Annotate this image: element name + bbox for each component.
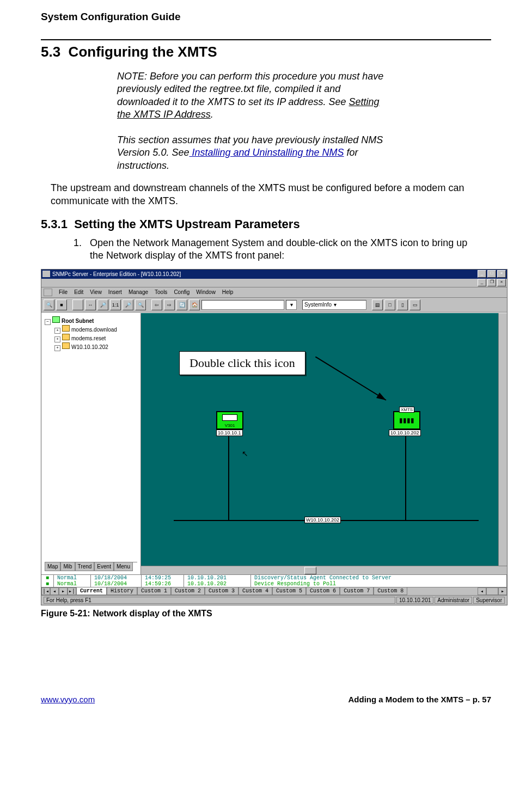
maximize-button[interactable]: □ <box>487 270 496 278</box>
toolbar-panel-1-button[interactable]: ▤ <box>372 299 383 310</box>
toolbar-refresh-button[interactable]: 🔄 <box>176 299 187 310</box>
tree-item[interactable]: +modems.download <box>54 325 137 334</box>
mdi-icon[interactable] <box>44 289 52 296</box>
mdi-minimize-button[interactable]: _ <box>478 279 486 286</box>
step-1-number: 1. <box>74 237 90 262</box>
toolbar-find-button[interactable]: 🔍 <box>44 299 54 310</box>
subsection-title: Setting the XMTS Upstream Parameters <box>74 217 299 231</box>
menu-file[interactable]: File <box>59 289 68 295</box>
network-node-v301[interactable]: V301 <box>216 411 243 430</box>
tree-tab-trend[interactable]: Trend <box>75 562 95 571</box>
toolbar-address-field[interactable] <box>201 300 284 310</box>
event-date: 10/18/2004 <box>91 581 142 587</box>
toolbar-forward-button[interactable]: ⇨ <box>164 299 175 310</box>
events-first-button[interactable]: |◂ <box>41 587 50 595</box>
note-text-1: NOTE: Before you can perform this proced… <box>117 71 383 107</box>
node-ip-label: 10.10.10.202 <box>389 430 421 436</box>
annotation-callout: Double click this icon <box>179 351 305 375</box>
toolbar-11-button[interactable]: 1:1 <box>110 299 121 310</box>
event-tab[interactable]: Custom 3 <box>205 587 239 595</box>
menu-edit[interactable]: Edit <box>74 289 83 295</box>
window-titlebar: SNMPc Server - Enterprise Edition - [W10… <box>41 270 507 279</box>
event-level: Normal <box>54 575 91 581</box>
close-button[interactable]: × <box>497 270 506 278</box>
section-heading: 5.3 Configuring the XMTS <box>41 44 491 60</box>
events-scroll-right-button[interactable]: ▸ <box>498 587 507 595</box>
expand-icon[interactable]: + <box>54 345 60 351</box>
mdi-restore-button[interactable]: ❐ <box>487 279 496 286</box>
minimize-button[interactable]: _ <box>478 270 486 278</box>
event-row[interactable]: ■ Normal 10/18/2004 14:59:25 10.10.10.20… <box>41 575 507 581</box>
toolbar-home-button[interactable]: 🏠 <box>189 299 200 310</box>
svg-marker-1 <box>376 393 386 400</box>
event-tab[interactable]: Custom 5 <box>272 587 306 595</box>
event-ip: 10.10.10.202 <box>184 581 251 587</box>
tree-tab-map[interactable]: Map <box>45 562 60 571</box>
toolbar-address-chevron[interactable]: ▾ <box>286 300 297 310</box>
events-prev-button[interactable]: ◂ <box>50 587 59 595</box>
note-text-1-end: . <box>211 109 213 120</box>
event-row[interactable]: ■ Normal 10/18/2004 14:59:26 10.10.10.20… <box>41 581 507 587</box>
toolbar-dropdown-label: SystemInfo <box>304 302 332 308</box>
events-next-button[interactable]: ▸ <box>59 587 68 595</box>
expand-icon[interactable]: + <box>54 328 60 334</box>
toolbar-panel-3-button[interactable]: ▯ <box>397 299 408 310</box>
tree-tab-menu[interactable]: Menu <box>114 562 133 571</box>
menu-view[interactable]: View <box>90 289 102 295</box>
event-tab[interactable]: Custom 2 <box>171 587 205 595</box>
mdi-close-button[interactable]: × <box>497 279 506 286</box>
vertical-scrollbar[interactable] <box>498 313 507 566</box>
toolbar-fit-button[interactable]: ↔ <box>85 299 96 310</box>
toolbar-back-button[interactable]: ⇦ <box>151 299 162 310</box>
menu-tools[interactable]: Tools <box>155 289 167 295</box>
expand-icon[interactable]: + <box>54 336 60 342</box>
events-scroll-thumb[interactable] <box>486 587 498 595</box>
status-role: Supervisor <box>473 597 505 604</box>
event-tab[interactable]: Custom 8 <box>374 587 407 595</box>
section-title: Configuring the XMTS <box>69 44 217 60</box>
menu-manage[interactable]: Manage <box>129 289 148 295</box>
menu-window[interactable]: Window <box>196 289 216 295</box>
event-time: 14:59:26 <box>142 581 184 587</box>
step-1-text: Open the Network Management System and d… <box>90 237 482 262</box>
toolbar-zoomout-button[interactable]: 🔎 <box>123 299 133 310</box>
note-link-2[interactable]: Installing and Uninstalling the NMS <box>189 147 344 158</box>
toolbar-zoom-button[interactable]: 🔍 <box>135 299 146 310</box>
tree-tab-mib[interactable]: Mib <box>60 562 75 571</box>
toolbar-zoomin-button[interactable]: 🔎 <box>97 299 108 310</box>
event-ip: 10.10.10.201 <box>184 575 251 581</box>
tree-item[interactable]: +W10.10.10.202 <box>54 342 137 351</box>
event-tab[interactable]: Custom 4 <box>239 587 272 595</box>
events-scroll-left-button[interactable]: ◂ <box>478 587 486 595</box>
tree-item[interactable]: +modems.reset <box>54 334 137 342</box>
map-canvas[interactable]: Double click this icon V301 10.10.10.1 X <box>141 313 507 574</box>
toolbar-panel-2-button[interactable]: □ <box>384 299 395 310</box>
event-date: 10/18/2004 <box>91 575 142 581</box>
event-tab[interactable]: Custom 7 <box>340 587 374 595</box>
menu-config[interactable]: Config <box>174 289 189 295</box>
event-tab[interactable]: Custom 1 <box>137 587 171 595</box>
tree-tabs: Map Mib Trend Event Menu <box>45 562 137 571</box>
toolbar-button-3[interactable] <box>72 299 83 310</box>
horizontal-scrollbar[interactable] <box>141 566 507 574</box>
collapse-icon[interactable]: − <box>45 319 51 325</box>
page-footer: www.vyyo.com Adding a Modem to the XMTS … <box>41 695 491 704</box>
network-node-xmts[interactable]: XMTS ▮▮▮▮ <box>393 411 420 430</box>
toolbar-button-2[interactable]: ■ <box>56 299 67 310</box>
scrollbar-thumb[interactable] <box>304 567 316 574</box>
tree-root[interactable]: −Root Subnet <box>45 316 137 325</box>
event-tab[interactable]: History <box>107 587 137 595</box>
footer-url[interactable]: www.vyyo.com <box>41 695 95 704</box>
tree-tab-event[interactable]: Event <box>94 562 114 571</box>
event-tab-current[interactable]: Current <box>76 587 107 595</box>
menu-insert[interactable]: Insert <box>108 289 122 295</box>
toolbar-view-dropdown[interactable]: SystemInfo ▾ <box>302 300 366 310</box>
node-label: V301 <box>225 423 235 428</box>
tree-label: modems.download <box>71 327 117 333</box>
footer-page-info: Adding a Modem to the XMTS – p. 57 <box>348 695 491 704</box>
menu-help[interactable]: Help <box>222 289 234 295</box>
toolbar-panel-4-button[interactable]: ▭ <box>409 299 420 310</box>
event-tab[interactable]: Custom 6 <box>306 587 340 595</box>
events-last-button[interactable]: ▸| <box>68 587 76 595</box>
status-badge: ■ <box>41 575 54 581</box>
